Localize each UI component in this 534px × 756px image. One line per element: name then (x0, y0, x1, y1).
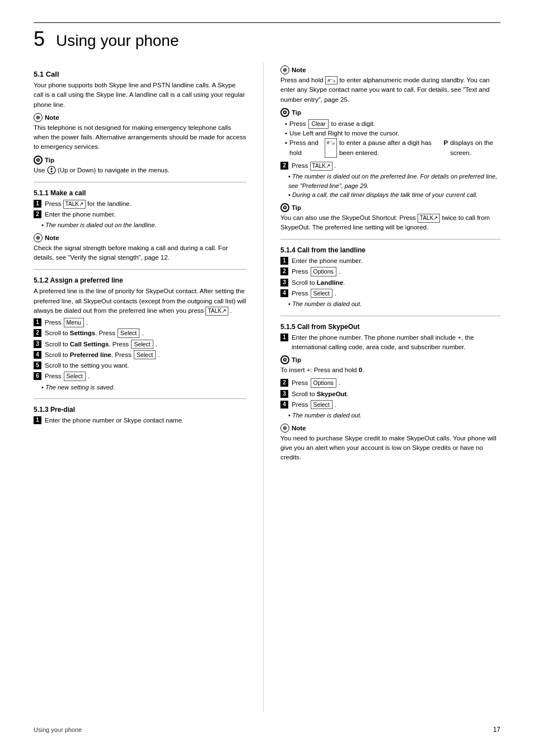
step-item: 3 Scroll to Call Settings. Press Select … (34, 340, 246, 349)
step-num: 1 (280, 257, 288, 265)
section-5-1-4-title: 5.1.4 Call from the landline (280, 246, 500, 254)
step-num-2: 2 (34, 210, 41, 218)
tip-predial-bullets: Press Clear to erase a digit. Use Left a… (285, 119, 500, 158)
divider-2 (34, 269, 246, 270)
two-column-layout: 5.1 Call Your phone supports both Skype … (34, 62, 500, 712)
page: 5 Using your phone 5.1 Call Your phone s… (0, 0, 534, 756)
tip-insert-plus: ✿ Tip To insert +: Press and hold 0. (280, 355, 500, 375)
tip-insert-plus-label: ✿ Tip (280, 355, 500, 364)
tip-icon-2: ✿ (280, 108, 289, 117)
tip-icon-4: ✿ (280, 355, 289, 364)
step-num: 2 (280, 379, 288, 387)
step-text: Enter the phone number or Skype contact … (45, 416, 246, 425)
step-item: 1 Enter the phone number. The phone numb… (280, 333, 500, 353)
step-num: 2 (34, 329, 41, 337)
step-item: 2 Press TALK↗ . (280, 161, 500, 171)
section-5-1-body: Your phone supports both Skype line and … (34, 81, 246, 110)
note-5-1-1-text: Check the signal strength before making … (34, 243, 246, 263)
step-item: 3 Scroll to SkypeOut. (280, 389, 500, 399)
tip-5-1-text: Use (Up or Down) to navigate in the menu… (34, 166, 246, 175)
skypeout-steps-2: 2 Press Options . 3 Scroll to SkypeOut. … (280, 378, 500, 420)
divider-3 (34, 398, 246, 399)
tip-predial: ✿ Tip Press Clear to erase a digit. Use … (280, 108, 500, 158)
select-button: Select (131, 340, 153, 349)
nav-circle-icon (47, 166, 56, 175)
note-predial-label: ⊜ Note (280, 65, 500, 74)
options-button: Options (311, 267, 336, 276)
landline-steps: 1 Enter the phone number. 2 Press Option… (280, 256, 500, 309)
talk-button: TALK↗ (63, 200, 86, 209)
select-button: Select (64, 372, 86, 381)
tip-predial-label: ✿ Tip (280, 108, 500, 117)
note-5-1-text: This telephone is not designed for makin… (34, 123, 246, 152)
step-num: 4 (34, 351, 41, 359)
step-text: Scroll to the setting you want. (45, 361, 246, 370)
select-button-2: Select (311, 289, 332, 298)
step-text: Press Select . (45, 372, 246, 381)
note-skypeout-credits-label-text: Note (292, 425, 306, 431)
tip-skypeout-shortcut-text: You can also use the SkypeOut Shortcut: … (280, 213, 500, 233)
talk-button-2: TALK↗ (310, 162, 332, 171)
sub-bullet: During a call, the call timer displays t… (288, 190, 500, 200)
sub-bullet: The number is dialed out on the preferre… (288, 172, 500, 190)
tip-insert-plus-text: To insert +: Press and hold 0. (280, 365, 500, 375)
pause-button: #⁻ₚ (325, 138, 337, 158)
step-item: 5 Scroll to the setting you want. (34, 361, 246, 370)
alphanumeric-button: #⁻ₐ (325, 76, 338, 84)
step-num: 2 (280, 162, 288, 170)
step-num: 2 (280, 267, 288, 275)
step-num: 1 (34, 416, 41, 424)
step-num-1: 1 (34, 200, 41, 208)
tip-5-1: ✿ Tip Use (Up or Down) to navigate in th… (34, 156, 246, 175)
bullet-item: Press and hold #⁻ₚ to enter a pause afte… (285, 138, 500, 158)
step-num: 3 (280, 390, 288, 398)
tip-insert-plus-label-text: Tip (292, 356, 301, 363)
step-item: 4 Press Select . (280, 289, 500, 298)
svg-marker-1 (50, 167, 53, 170)
note-skypeout-credits-text: You need to purchase Skype credit to mak… (280, 434, 500, 463)
section-5-1-1-title: 5.1.1 Make a call (34, 189, 246, 197)
step-text: Scroll to SkypeOut. (292, 389, 500, 399)
step-num: 1 (280, 334, 288, 341)
step-item: 1 Enter the phone number or Skype contac… (34, 416, 246, 425)
note-skypeout-credits: ⊜ Note You need to purchase Skype credit… (280, 424, 500, 463)
step-text-1: Press TALK↗ for the landline. (45, 199, 246, 209)
step-text: Press Menu . (45, 318, 246, 327)
tip-5-1-label: ✿ Tip (34, 156, 246, 165)
section-5-1-2-title: 5.1.2 Assign a preferred line (34, 276, 246, 284)
svg-marker-2 (50, 171, 53, 173)
note-5-1-1: ⊜ Note Check the signal strength before … (34, 233, 246, 263)
left-column: 5.1 Call Your phone supports both Skype … (34, 62, 246, 712)
chapter-title: Using your phone (56, 32, 179, 50)
predial-step2: 2 Press TALK↗ . The number is dialed out… (280, 161, 500, 200)
step-num: 6 (34, 372, 41, 380)
note-icon-4: ⊜ (280, 424, 289, 433)
chapter-header: 5 Using your phone (34, 22, 500, 51)
footer: Using your phone 17 (34, 724, 500, 734)
sub-bullet: The number is dialed out on the landline… (41, 220, 246, 230)
clear-button: Clear (308, 119, 328, 129)
footer-text: Using your phone (34, 726, 82, 733)
tip-predial-label-text: Tip (292, 109, 301, 116)
step-item: 2 Press Options . (280, 378, 500, 388)
note-5-1-label-text: Note (45, 114, 59, 121)
step-text: Press Select . (292, 400, 500, 410)
step-text: Press Options . (292, 378, 500, 388)
step-item: 4 Press Select . (280, 400, 500, 410)
tip-skypeout-shortcut-label: ✿ Tip (280, 203, 500, 212)
section-5-1-title: 5.1 Call (34, 70, 246, 78)
section-5-1-2-body: A preferred line is the line of priority… (34, 287, 246, 316)
step-item: 6 Press Select . (34, 372, 246, 381)
note-5-1: ⊜ Note This telephone is not designed fo… (34, 113, 246, 152)
step-num: 5 (34, 361, 41, 369)
step-text: Enter the phone number. (292, 256, 500, 266)
step-num: 3 (34, 340, 41, 348)
step-text: Press Select . (292, 289, 500, 298)
step-num: 4 (280, 289, 288, 297)
note-icon-3: ⊜ (280, 65, 289, 74)
step-text: Scroll to Preferred line. Press Select . (45, 350, 246, 360)
note-5-1-1-label-text: Note (45, 234, 59, 241)
step-text: Scroll to Settings. Press Select . (45, 328, 246, 338)
make-a-call-steps: 1 Press TALK↗ for the landline. 2 Enter … (34, 199, 246, 230)
tip-icon: ✿ (34, 156, 43, 165)
